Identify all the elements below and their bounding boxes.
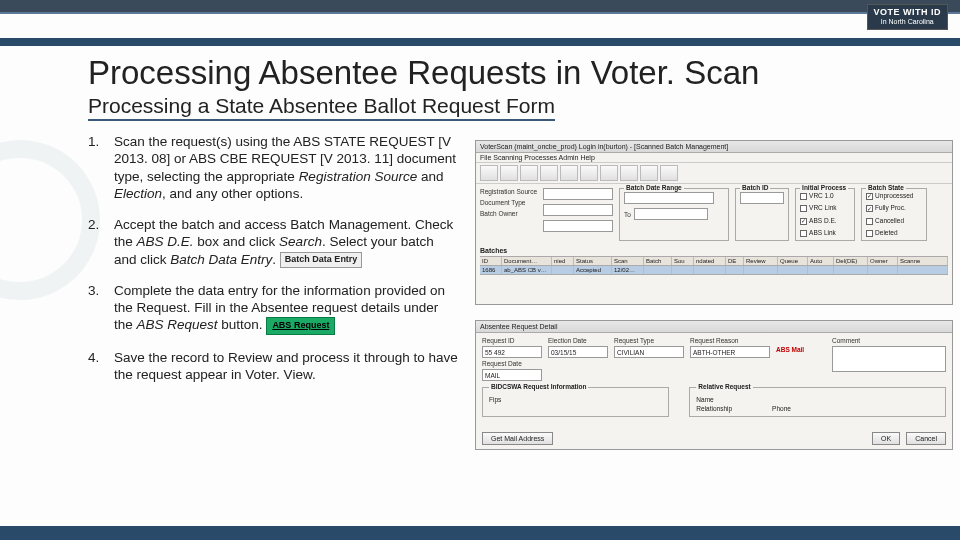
group-initial-process: Initial Process VRC 1.0 VRC Link ✓ABS D.…	[795, 188, 855, 241]
checkbox-icon	[800, 193, 807, 200]
checkbox-icon	[866, 218, 873, 225]
group-bidcswa: BIDCSWA Request Information Fips	[482, 387, 669, 417]
window-title: Absentee Request Detail	[476, 321, 952, 333]
screenshot-batch-management: VoterScan (maint_oncbe_prod) Login in(bu…	[475, 140, 953, 305]
checkbox-icon: ✓	[800, 218, 807, 225]
brand-line1: VOTE WITH ID	[874, 8, 942, 18]
step-4: 4.Save the record to Review and process …	[88, 349, 458, 384]
brand-line2: In North Carolina	[874, 18, 942, 26]
group-date-range: Batch Date Range	[624, 184, 684, 191]
decorative-swirl	[0, 140, 100, 300]
input-batch-owner	[543, 220, 613, 232]
step-2: 2.Accept the batch and access Batch Mana…	[88, 216, 458, 268]
page-title: Processing Absentee Requests in Voter. S…	[88, 54, 940, 92]
checkbox-icon	[800, 230, 807, 237]
filter-panel: Registration Source Document Type Batch …	[476, 184, 952, 245]
field-request-reason: ABTH-OTHER	[690, 346, 770, 358]
batches-label: Batches	[480, 247, 948, 254]
toolbar-icon	[500, 165, 518, 181]
checkbox-icon	[866, 230, 873, 237]
abs-mail-label: ABS Mail	[776, 346, 826, 353]
toolbar-icon	[520, 165, 538, 181]
input-batch-id	[740, 192, 784, 204]
screenshot-absentee-detail: Absentee Request Detail Request ID 55 49…	[475, 320, 953, 450]
toolbar-icon	[540, 165, 558, 181]
toolbar-icon	[580, 165, 598, 181]
input-doc-type	[543, 204, 613, 216]
field-request-date: MAIL	[482, 369, 542, 381]
abs-request-button: ABS Request	[266, 317, 335, 335]
window-title: VoterScan (maint_oncbe_prod) Login in(bu…	[476, 141, 952, 153]
grid-header: ID Document… nied Status Scan Batch Sou …	[480, 256, 948, 266]
toolbar-icon	[560, 165, 578, 181]
input-date-to	[634, 208, 708, 220]
brand-badge: VOTE WITH ID In North Carolina	[867, 4, 949, 30]
toolbar-icon	[480, 165, 498, 181]
field-request-type: CIVILIAN	[614, 346, 684, 358]
toolbar-icon	[660, 165, 678, 181]
accent-bar	[0, 38, 960, 46]
group-batch-id: Batch ID	[740, 184, 770, 191]
checkbox-icon: ✓	[866, 205, 873, 212]
get-mail-button: Get Mail Address	[482, 432, 553, 445]
field-comment	[832, 346, 946, 372]
grid-row: 1686 ab_ABS CB v… Accepted 12/02…	[480, 266, 948, 275]
group-relative-request: Relative Request NameRelationship Phone	[689, 387, 946, 417]
group-batch-state: Batch State ✓Unprocessed ✓Fully Proc. Ca…	[861, 188, 927, 241]
field-request-id: 55 492	[482, 346, 542, 358]
input-date-from	[624, 192, 714, 204]
menu-bar: File Scanning Processes Admin Help	[476, 153, 952, 163]
cancel-button: Cancel	[906, 432, 946, 445]
page-subtitle: Processing a State Absentee Ballot Reque…	[88, 94, 555, 121]
toolbar-icon	[640, 165, 658, 181]
step-1: 1.Scan the request(s) using the ABS STAT…	[88, 133, 458, 202]
checkbox-icon: ✓	[866, 193, 873, 200]
input-reg-source	[543, 188, 613, 200]
toolbar-icon	[600, 165, 618, 181]
toolbar	[476, 163, 952, 184]
steps-list: 1.Scan the request(s) using the ABS STAT…	[88, 133, 458, 383]
label-doc-type: Document Type	[480, 199, 537, 206]
footer-bar	[0, 526, 960, 540]
batch-data-entry-button: Batch Data Entry	[280, 252, 363, 268]
label-reg-source: Registration Source	[480, 188, 537, 195]
checkbox-icon	[800, 205, 807, 212]
top-bar	[0, 0, 960, 14]
toolbar-icon	[620, 165, 638, 181]
field-election-date: 03/15/15	[548, 346, 608, 358]
label-batch-owner: Batch Owner	[480, 210, 537, 217]
ok-button: OK	[872, 432, 900, 445]
step-3: 3.Complete the data entry for the inform…	[88, 282, 458, 335]
